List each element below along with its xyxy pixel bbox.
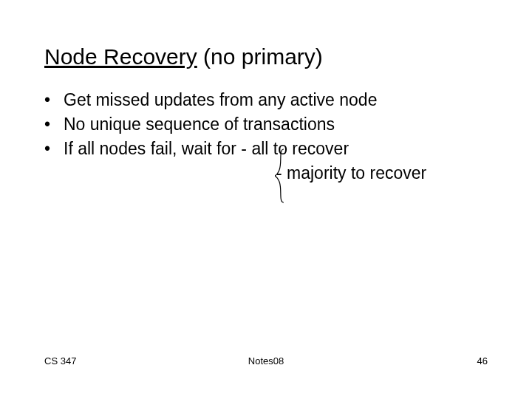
bullet-dot-icon: • (44, 89, 64, 112)
title-rest: (no primary) (197, 44, 323, 69)
bullet-text: If all nodes fail, wait for - all to rec… (64, 137, 349, 160)
bullet-text: Get missed updates from any active node (64, 89, 377, 112)
bullet-dot-icon: • (44, 113, 64, 136)
footer-right: 46 (477, 355, 488, 366)
footer: CS 347 Notes08 46 (44, 355, 488, 366)
bullet-item: • No unique sequence of transactions (44, 113, 495, 136)
slide: Node Recovery (no primary) • Get missed … (0, 0, 532, 399)
bullet-continuation: - majority to recover (64, 162, 495, 185)
slide-title: Node Recovery (no primary) (44, 44, 323, 69)
bullet-item: • Get missed updates from any active nod… (44, 89, 495, 112)
footer-left: CS 347 (44, 355, 76, 366)
footer-center: Notes08 (44, 355, 488, 366)
bullet-item: • If all nodes fail, wait for - all to r… (44, 137, 495, 160)
bullet-dot-icon: • (44, 137, 64, 160)
bullet-list: • Get missed updates from any active nod… (44, 89, 495, 185)
bullet-text: No unique sequence of transactions (64, 113, 335, 136)
title-underlined: Node Recovery (44, 44, 197, 69)
